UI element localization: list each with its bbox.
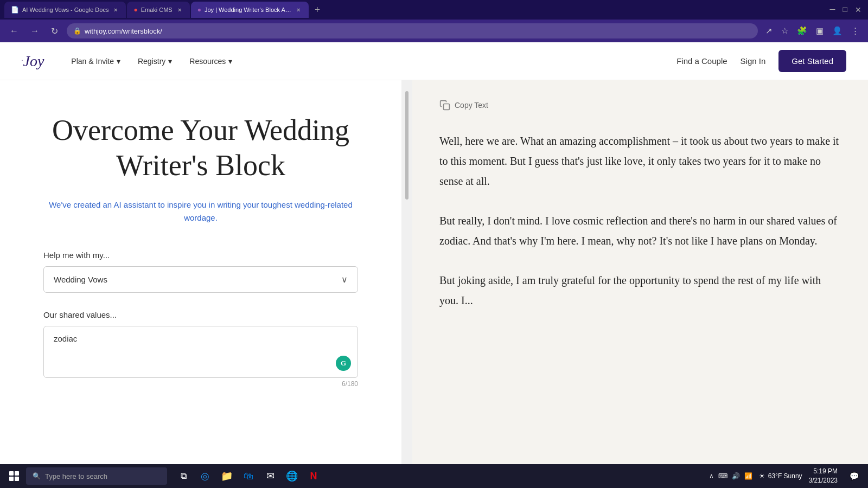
start-button[interactable] bbox=[4, 466, 24, 486]
address-bar-actions: ↗ ☆ 🧩 ▣ 👤 ⋮ bbox=[763, 24, 861, 38]
tab-2[interactable]: ● Emaki CMS ✕ bbox=[127, 2, 189, 18]
sign-in-link[interactable]: Sign In bbox=[741, 56, 766, 66]
clock-time: 5:19 PM bbox=[809, 467, 838, 476]
notification-button[interactable]: 💬 bbox=[844, 466, 864, 486]
notification-icon: 💬 bbox=[850, 472, 859, 481]
address-input[interactable]: 🔒 withjoy.com/writersblock/ bbox=[67, 23, 758, 38]
back-button[interactable]: ← bbox=[7, 24, 22, 38]
generated-paragraph-1: Well, here we are. What an amazing accom… bbox=[439, 131, 841, 191]
grammarly-icon[interactable]: G bbox=[336, 356, 351, 371]
shared-values-input[interactable]: zodiac bbox=[44, 326, 358, 375]
copy-icon bbox=[439, 100, 450, 111]
speaker-icon[interactable]: 🔊 bbox=[732, 472, 740, 480]
generated-paragraph-2: But really, I don't mind. I love cosmic … bbox=[439, 211, 841, 251]
shared-values-wrapper: zodiac G bbox=[43, 326, 358, 378]
store-icon[interactable]: 🛍 bbox=[239, 466, 258, 486]
tab-1-close[interactable]: ✕ bbox=[112, 6, 119, 14]
keyboard-icon[interactable]: ⌨ bbox=[718, 472, 727, 480]
hero-subtitle: We've created an AI assistant to inspire… bbox=[43, 198, 358, 224]
reload-button[interactable]: ↻ bbox=[48, 24, 61, 38]
right-panel: Copy Text Well, here we are. What an ama… bbox=[412, 80, 868, 488]
tab-bar: 📄 AI Wedding Vows - Google Docs ✕ ● Emak… bbox=[0, 0, 868, 20]
site-logo[interactable]: .Joy bbox=[22, 53, 44, 70]
char-count: 6/180 bbox=[43, 380, 358, 388]
weather-info[interactable]: ☀ 63°F Sunny bbox=[759, 472, 802, 480]
plan-invite-arrow: ▾ bbox=[117, 57, 120, 66]
netflix-icon[interactable]: N bbox=[304, 466, 323, 486]
task-view-icon[interactable]: ⧉ bbox=[174, 466, 193, 486]
address-text: withjoy.com/writersblock/ bbox=[85, 27, 162, 35]
main-content: Overcome Your Wedding Writer's Block We'… bbox=[0, 80, 868, 488]
registry-arrow: ▾ bbox=[168, 57, 172, 66]
browser-chrome: 📄 AI Wedding Vows - Google Docs ✕ ● Emak… bbox=[0, 0, 868, 42]
find-couple-link[interactable]: Find a Couple bbox=[676, 56, 727, 66]
forward-button[interactable]: → bbox=[27, 24, 42, 38]
new-tab-button[interactable]: + bbox=[310, 2, 325, 17]
tray-show-hidden[interactable]: ∧ bbox=[709, 472, 714, 480]
sidebar-icon[interactable]: ▣ bbox=[814, 24, 826, 38]
maximize-button[interactable]: □ bbox=[841, 3, 850, 16]
shared-values-label: Our shared values... bbox=[43, 310, 358, 319]
nav-registry[interactable]: Registry ▾ bbox=[138, 57, 172, 66]
generated-text: Well, here we are. What an amazing accom… bbox=[439, 131, 841, 311]
tab-3[interactable]: ● Joy | Wedding Writer's Block Ass... ✕ bbox=[191, 2, 309, 18]
nav-plan-invite[interactable]: Plan & Invite ▾ bbox=[71, 57, 120, 66]
svg-rect-0 bbox=[444, 104, 450, 110]
taskbar-right: ∧ ⌨ 🔊 📶 ☀ 63°F Sunny 5:19 PM 3/21/2023 💬 bbox=[709, 466, 864, 486]
nav-resources[interactable]: Resources ▾ bbox=[189, 57, 232, 66]
bookmark-icon[interactable]: ☆ bbox=[779, 24, 790, 38]
file-explorer-icon[interactable]: 📁 bbox=[217, 466, 237, 486]
tab-1[interactable]: 📄 AI Wedding Vows - Google Docs ✕ bbox=[4, 2, 126, 18]
clock[interactable]: 5:19 PM 3/21/2023 bbox=[809, 467, 838, 485]
resources-arrow: ▾ bbox=[228, 57, 232, 66]
scrollbar-thumb[interactable] bbox=[405, 91, 409, 200]
clock-date: 3/21/2023 bbox=[809, 476, 838, 485]
taskbar-search[interactable]: 🔍 Type here to search bbox=[26, 467, 167, 485]
hero-title: Overcome Your Wedding Writer's Block bbox=[43, 113, 358, 183]
site-nav: .Joy Plan & Invite ▾ Registry ▾ Resource… bbox=[0, 42, 868, 80]
search-placeholder-text: Type here to search bbox=[45, 472, 107, 480]
copy-text-button[interactable]: Copy Text bbox=[439, 97, 488, 114]
extensions-icon[interactable]: 🧩 bbox=[795, 24, 809, 38]
get-started-button[interactable]: Get Started bbox=[778, 50, 846, 72]
generated-paragraph-3: But joking aside, I am truly grateful fo… bbox=[439, 271, 841, 311]
category-dropdown[interactable]: Wedding Vows ∨ bbox=[43, 266, 358, 293]
close-button[interactable]: ✕ bbox=[853, 3, 864, 17]
lock-icon: 🔒 bbox=[73, 27, 81, 35]
nav-links: Plan & Invite ▾ Registry ▾ Resources ▾ bbox=[71, 57, 232, 66]
tab-3-close[interactable]: ✕ bbox=[295, 6, 302, 14]
dropdown-selected-value: Wedding Vows bbox=[54, 275, 107, 284]
mail-icon[interactable]: ✉ bbox=[260, 466, 280, 486]
address-bar: ← → ↻ 🔒 withjoy.com/writersblock/ ↗ ☆ 🧩 … bbox=[0, 20, 868, 42]
search-icon: 🔍 bbox=[33, 472, 41, 480]
system-tray-icons: ∧ ⌨ 🔊 📶 bbox=[709, 472, 752, 480]
tab-2-close[interactable]: ✕ bbox=[176, 6, 183, 14]
scrollbar-divider bbox=[401, 80, 412, 488]
dropdown-arrow-icon: ∨ bbox=[341, 274, 348, 285]
left-panel: Overcome Your Wedding Writer's Block We'… bbox=[0, 80, 401, 488]
help-label: Help me with my... bbox=[43, 251, 358, 260]
weather-icon: ☀ bbox=[759, 472, 765, 480]
chrome-icon[interactable]: 🌐 bbox=[282, 466, 302, 486]
tab-bar-right: ─ □ ✕ bbox=[828, 3, 864, 17]
website: .Joy Plan & Invite ▾ Registry ▾ Resource… bbox=[0, 42, 868, 488]
profile-icon[interactable]: 👤 bbox=[830, 24, 845, 38]
edge-icon[interactable]: ◎ bbox=[195, 466, 215, 486]
weather-text: 63°F Sunny bbox=[768, 472, 802, 480]
nav-right: Find a Couple Sign In Get Started bbox=[676, 50, 846, 72]
taskbar-pinned-icons: ⧉ ◎ 📁 🛍 ✉ 🌐 N bbox=[174, 466, 323, 486]
windows-logo bbox=[9, 471, 19, 481]
menu-icon[interactable]: ⋮ bbox=[849, 24, 861, 38]
minimize-button[interactable]: ─ bbox=[828, 3, 838, 16]
network-icon[interactable]: 📶 bbox=[744, 472, 752, 480]
share-icon[interactable]: ↗ bbox=[763, 24, 775, 38]
taskbar: 🔍 Type here to search ⧉ ◎ 📁 🛍 ✉ 🌐 N ∧ ⌨ … bbox=[0, 464, 868, 488]
